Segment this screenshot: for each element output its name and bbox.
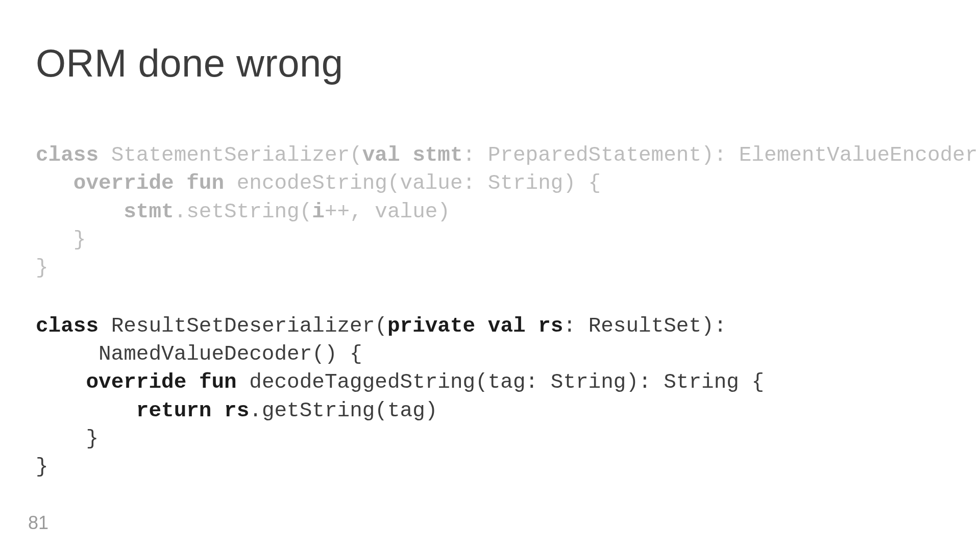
code-block-1: class StatementSerializer(val stmt: Prep… (36, 141, 944, 283)
code-text (36, 399, 136, 422)
code-text: ResultSetDeserializer( (99, 314, 387, 338)
slide: ORM done wrong class StatementSerializer… (0, 0, 980, 551)
keyword: stmt (124, 200, 174, 223)
keyword: return (136, 399, 212, 422)
code-text: } (36, 228, 86, 252)
code-text: : PreparedStatement): ElementValueEncode… (463, 143, 980, 167)
code-text (400, 143, 413, 167)
keyword: override (74, 171, 174, 195)
slide-title: ORM done wrong (36, 41, 944, 85)
code-text: encodeString(value: String) { (224, 171, 601, 195)
keyword: override (86, 370, 186, 394)
code-text: decodeTaggedString(tag: String): String … (237, 370, 764, 394)
code-text: } (36, 427, 99, 450)
code-block-2: class ResultSetDeserializer(private val … (36, 312, 944, 482)
code-text: .getString(tag) (249, 399, 437, 422)
code-text (211, 399, 224, 422)
code-text (36, 171, 74, 195)
keyword: rs (224, 399, 249, 422)
code-text: .setString( (174, 200, 312, 223)
code-text (174, 171, 187, 195)
code-text (475, 314, 488, 338)
page-number: 81 (28, 512, 48, 534)
keyword: rs (538, 314, 563, 338)
keyword: private (387, 314, 475, 338)
code-text (36, 200, 124, 223)
keyword: fun (199, 370, 237, 394)
code-text: : ResultSet): (563, 314, 739, 338)
code-text (186, 370, 199, 394)
keyword: fun (186, 171, 224, 195)
keyword: val (488, 314, 526, 338)
code-text: StatementSerializer( (99, 143, 362, 167)
code-text (36, 370, 86, 394)
keyword: val (362, 143, 400, 167)
keyword: class (36, 314, 99, 338)
keyword: stmt (412, 143, 462, 167)
keyword: class (36, 143, 99, 167)
code-text: } (36, 256, 48, 280)
code-text: } (36, 455, 48, 479)
code-text: ++, value) (325, 200, 450, 223)
code-text: NamedValueDecoder() { (36, 342, 362, 366)
keyword: i (312, 200, 325, 223)
code-text (526, 314, 538, 338)
